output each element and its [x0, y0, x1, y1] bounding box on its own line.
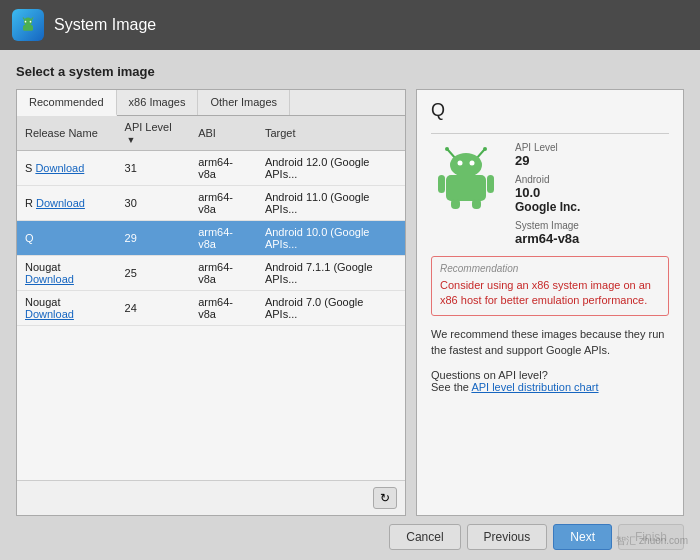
- right-panel: Q: [416, 89, 684, 516]
- system-image-table: Release Name API Level ▼ ABI Target S Do…: [17, 116, 405, 480]
- system-image-value: arm64-v8a: [515, 231, 669, 246]
- tab-other-images[interactable]: Other Images: [198, 90, 290, 115]
- window-title: System Image: [54, 16, 156, 34]
- col-abi[interactable]: ABI: [190, 116, 257, 151]
- cell-api-level: 30: [117, 186, 191, 221]
- cell-release-name: Nougat Download: [17, 291, 117, 326]
- api-level-link-row: Questions on API level? See the API leve…: [431, 369, 669, 393]
- api-link-prefix: Questions on API level?: [431, 369, 548, 381]
- recommend-desc: We recommend these images because they r…: [431, 326, 669, 359]
- footer: Cancel Previous Next Finish: [16, 516, 684, 550]
- download-link[interactable]: Download: [25, 308, 74, 320]
- vendor-value: Google Inc.: [515, 200, 669, 214]
- section-title: Select a system image: [16, 64, 684, 79]
- svg-rect-15: [487, 175, 494, 193]
- cancel-button[interactable]: Cancel: [389, 524, 460, 550]
- svg-rect-17: [472, 199, 481, 209]
- col-api-level[interactable]: API Level ▼: [117, 116, 191, 151]
- detail-info: API Level 29 Android 10.0 Google Inc. Sy…: [515, 142, 669, 246]
- detail-header: Q: [431, 100, 669, 121]
- sort-arrow-icon: ▼: [127, 135, 136, 145]
- cell-api-level: 25: [117, 256, 191, 291]
- recommendation-box: Recommendation Consider using an x86 sys…: [431, 256, 669, 316]
- svg-rect-13: [446, 175, 486, 201]
- title-bar: System Image: [0, 0, 700, 50]
- table-row[interactable]: R Download30arm64-v8aAndroid 11.0 (Googl…: [17, 186, 405, 221]
- svg-rect-14: [438, 175, 445, 193]
- android-icon: [436, 145, 496, 210]
- divider: [431, 133, 669, 134]
- system-image-label: System Image: [515, 220, 669, 231]
- api-level-distribution-link[interactable]: API level distribution chart: [471, 381, 598, 393]
- next-button[interactable]: Next: [553, 524, 612, 550]
- download-link[interactable]: Download: [25, 273, 74, 285]
- svg-line-3: [31, 18, 33, 21]
- cell-target: Android 11.0 (Google APIs...: [257, 186, 405, 221]
- cell-api-level: 29: [117, 221, 191, 256]
- tabs-container: Recommended x86 Images Other Images: [17, 90, 405, 116]
- svg-point-7: [445, 147, 449, 151]
- refresh-button[interactable]: ↻: [373, 487, 397, 509]
- cell-release-name: Nougat Download: [17, 256, 117, 291]
- table-header-row: Release Name API Level ▼ ABI Target: [17, 116, 405, 151]
- left-panel: Recommended x86 Images Other Images Rele…: [16, 89, 406, 516]
- svg-line-2: [23, 18, 25, 21]
- app-icon: [12, 9, 44, 41]
- svg-point-12: [470, 160, 475, 165]
- release-name-text: S: [25, 162, 35, 174]
- left-panel-bottom: ↻: [17, 480, 405, 515]
- svg-rect-16: [451, 199, 460, 209]
- cell-release-name: S Download: [17, 151, 117, 186]
- cell-target: Android 7.0 (Google APIs...: [257, 291, 405, 326]
- api-link-text-prefix: See the: [431, 381, 469, 393]
- table-row[interactable]: Nougat Download25arm64-v8aAndroid 7.1.1 …: [17, 256, 405, 291]
- cell-target: Android 12.0 (Google APIs...: [257, 151, 405, 186]
- svg-point-5: [30, 21, 32, 23]
- cell-release-name: R Download: [17, 186, 117, 221]
- download-link[interactable]: Download: [35, 162, 84, 174]
- content-area: Recommended x86 Images Other Images Rele…: [16, 89, 684, 516]
- cell-target: Android 10.0 (Google APIs...: [257, 221, 405, 256]
- col-target[interactable]: Target: [257, 116, 405, 151]
- table-row[interactable]: Nougat Download24arm64-v8aAndroid 7.0 (G…: [17, 291, 405, 326]
- cell-release-name: Q: [17, 221, 117, 256]
- cell-api-level: 24: [117, 291, 191, 326]
- release-name-text: Nougat: [25, 261, 60, 273]
- previous-button[interactable]: Previous: [467, 524, 548, 550]
- recommendation-text: Consider using an x86 system image on an…: [440, 278, 660, 309]
- api-level-label: API Level: [515, 142, 669, 153]
- android-label: Android: [515, 174, 669, 185]
- api-level-value: 29: [515, 153, 669, 168]
- recommendation-title: Recommendation: [440, 263, 660, 274]
- svg-rect-1: [23, 25, 33, 31]
- android-version-value: 10.0: [515, 185, 669, 200]
- col-release-name[interactable]: Release Name: [17, 116, 117, 151]
- release-name-text: Nougat: [25, 296, 60, 308]
- cell-abi: arm64-v8a: [190, 291, 257, 326]
- svg-point-10: [450, 153, 482, 177]
- download-link[interactable]: Download: [36, 197, 85, 209]
- table-row[interactable]: Q29arm64-v8aAndroid 10.0 (Google APIs...: [17, 221, 405, 256]
- svg-point-4: [25, 21, 27, 23]
- tab-x86-images[interactable]: x86 Images: [117, 90, 199, 115]
- table-row[interactable]: S Download31arm64-v8aAndroid 12.0 (Googl…: [17, 151, 405, 186]
- tab-recommended[interactable]: Recommended: [17, 90, 117, 116]
- cell-abi: arm64-v8a: [190, 151, 257, 186]
- detail-main-row: API Level 29 Android 10.0 Google Inc. Sy…: [431, 142, 669, 246]
- svg-point-11: [458, 160, 463, 165]
- cell-api-level: 31: [117, 151, 191, 186]
- release-name-text: R: [25, 197, 36, 209]
- finish-button: Finish: [618, 524, 684, 550]
- cell-abi: arm64-v8a: [190, 221, 257, 256]
- main-content: Select a system image Recommended x86 Im…: [0, 50, 700, 560]
- android-icon-container: [431, 142, 501, 212]
- cell-abi: arm64-v8a: [190, 186, 257, 221]
- cell-target: Android 7.1.1 (Google APIs...: [257, 256, 405, 291]
- cell-abi: arm64-v8a: [190, 256, 257, 291]
- svg-point-9: [483, 147, 487, 151]
